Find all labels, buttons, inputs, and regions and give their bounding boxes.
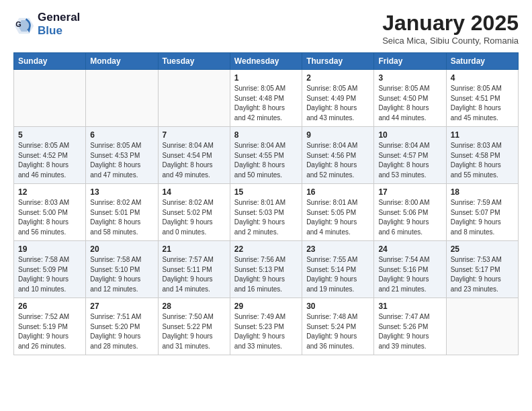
day-info: Sunrise: 7:56 AMSunset: 5:13 PMDaylight:…: [234, 255, 298, 294]
weekday-header-thursday: Thursday: [302, 53, 374, 70]
calendar-week-row: 26Sunrise: 7:52 AMSunset: 5:19 PMDayligh…: [14, 298, 519, 355]
day-info: Sunrise: 7:47 AMSunset: 5:26 PMDaylight:…: [378, 312, 441, 351]
calendar-day-2: 2Sunrise: 8:05 AMSunset: 4:49 PMDaylight…: [302, 70, 374, 127]
day-number: 23: [306, 244, 369, 254]
calendar-day-27: 27Sunrise: 7:51 AMSunset: 5:20 PMDayligh…: [86, 298, 158, 355]
weekday-header-sunday: Sunday: [14, 53, 86, 70]
calendar-day-13: 13Sunrise: 8:02 AMSunset: 5:01 PMDayligh…: [86, 184, 158, 241]
calendar-day-30: 30Sunrise: 7:48 AMSunset: 5:24 PMDayligh…: [302, 298, 374, 355]
day-info: Sunrise: 8:03 AMSunset: 4:58 PMDaylight:…: [451, 141, 514, 180]
day-info: Sunrise: 8:05 AMSunset: 4:49 PMDaylight:…: [306, 84, 369, 123]
day-number: 30: [306, 302, 369, 311]
day-number: 19: [18, 244, 81, 254]
calendar-day-22: 22Sunrise: 7:56 AMSunset: 5:13 PMDayligh…: [230, 241, 302, 298]
svg-text:G: G: [15, 20, 21, 28]
calendar-week-row: 12Sunrise: 8:03 AMSunset: 5:00 PMDayligh…: [14, 184, 519, 241]
day-number: 25: [451, 244, 514, 254]
calendar-day-17: 17Sunrise: 8:00 AMSunset: 5:06 PMDayligh…: [374, 184, 446, 241]
calendar-week-row: 19Sunrise: 7:58 AMSunset: 5:09 PMDayligh…: [14, 241, 519, 298]
weekday-header-monday: Monday: [86, 53, 158, 70]
weekday-header-friday: Friday: [374, 53, 446, 70]
day-info: Sunrise: 8:04 AMSunset: 4:54 PMDaylight:…: [163, 141, 226, 180]
calendar-day-12: 12Sunrise: 8:03 AMSunset: 5:00 PMDayligh…: [14, 184, 86, 241]
day-number: 28: [163, 302, 226, 311]
day-info: Sunrise: 8:01 AMSunset: 5:05 PMDaylight:…: [306, 198, 369, 237]
day-number: 10: [378, 130, 441, 140]
calendar-day-21: 21Sunrise: 7:57 AMSunset: 5:11 PMDayligh…: [158, 241, 230, 298]
day-info: Sunrise: 8:05 AMSunset: 4:50 PMDaylight:…: [378, 84, 441, 123]
calendar-day-10: 10Sunrise: 8:04 AMSunset: 4:57 PMDayligh…: [374, 127, 446, 184]
day-info: Sunrise: 7:49 AMSunset: 5:23 PMDaylight:…: [234, 312, 298, 351]
calendar-day-7: 7Sunrise: 8:04 AMSunset: 4:54 PMDaylight…: [158, 127, 230, 184]
calendar-day-20: 20Sunrise: 7:58 AMSunset: 5:10 PMDayligh…: [86, 241, 158, 298]
day-number: 6: [90, 130, 153, 140]
calendar-day-29: 29Sunrise: 7:49 AMSunset: 5:23 PMDayligh…: [230, 298, 302, 355]
day-info: Sunrise: 8:05 AMSunset: 4:51 PMDaylight:…: [451, 84, 514, 123]
day-number: 18: [451, 187, 514, 197]
day-info: Sunrise: 7:54 AMSunset: 5:16 PMDaylight:…: [378, 255, 441, 294]
calendar-day-6: 6Sunrise: 8:05 AMSunset: 4:53 PMDaylight…: [86, 127, 158, 184]
day-info: Sunrise: 7:48 AMSunset: 5:24 PMDaylight:…: [306, 312, 369, 351]
day-number: 17: [378, 187, 441, 197]
calendar-day-14: 14Sunrise: 8:02 AMSunset: 5:02 PMDayligh…: [158, 184, 230, 241]
day-info: Sunrise: 7:51 AMSunset: 5:20 PMDaylight:…: [90, 312, 153, 351]
day-info: Sunrise: 7:50 AMSunset: 5:22 PMDaylight:…: [163, 312, 226, 351]
day-number: 4: [451, 73, 514, 83]
day-number: 9: [306, 130, 369, 140]
calendar-day-24: 24Sunrise: 7:54 AMSunset: 5:16 PMDayligh…: [374, 241, 446, 298]
calendar-empty-cell: [14, 70, 86, 127]
logo-text: General Blue: [38, 11, 80, 37]
calendar-day-16: 16Sunrise: 8:01 AMSunset: 5:05 PMDayligh…: [302, 184, 374, 241]
day-number: 21: [163, 244, 226, 254]
day-number: 1: [234, 73, 298, 83]
day-info: Sunrise: 8:05 AMSunset: 4:48 PMDaylight:…: [234, 84, 298, 123]
day-info: Sunrise: 8:03 AMSunset: 5:00 PMDaylight:…: [18, 198, 81, 237]
title-block: January 2025 Seica Mica, Sibiu County, R…: [382, 11, 519, 46]
day-number: 27: [90, 302, 153, 311]
calendar-day-11: 11Sunrise: 8:03 AMSunset: 4:58 PMDayligh…: [446, 127, 518, 184]
calendar-day-15: 15Sunrise: 8:01 AMSunset: 5:03 PMDayligh…: [230, 184, 302, 241]
calendar-week-row: 1Sunrise: 8:05 AMSunset: 4:48 PMDaylight…: [14, 70, 519, 127]
calendar-day-18: 18Sunrise: 7:59 AMSunset: 5:07 PMDayligh…: [446, 184, 518, 241]
day-number: 3: [378, 73, 441, 83]
day-number: 20: [90, 244, 153, 254]
calendar-day-1: 1Sunrise: 8:05 AMSunset: 4:48 PMDaylight…: [230, 70, 302, 127]
day-number: 15: [234, 187, 298, 197]
day-info: Sunrise: 8:01 AMSunset: 5:03 PMDaylight:…: [234, 198, 298, 237]
day-info: Sunrise: 7:58 AMSunset: 5:10 PMDaylight:…: [90, 255, 153, 294]
calendar-empty-cell: [446, 298, 518, 355]
day-info: Sunrise: 7:58 AMSunset: 5:09 PMDaylight:…: [18, 255, 81, 294]
day-info: Sunrise: 8:04 AMSunset: 4:55 PMDaylight:…: [234, 141, 298, 180]
day-info: Sunrise: 7:57 AMSunset: 5:11 PMDaylight:…: [163, 255, 226, 294]
day-number: 12: [18, 187, 81, 197]
day-info: Sunrise: 7:55 AMSunset: 5:14 PMDaylight:…: [306, 255, 369, 294]
weekday-header-tuesday: Tuesday: [158, 53, 230, 70]
day-info: Sunrise: 8:02 AMSunset: 5:01 PMDaylight:…: [90, 198, 153, 237]
calendar-day-28: 28Sunrise: 7:50 AMSunset: 5:22 PMDayligh…: [158, 298, 230, 355]
day-number: 2: [306, 73, 369, 83]
day-info: Sunrise: 8:05 AMSunset: 4:53 PMDaylight:…: [90, 141, 153, 180]
calendar-day-9: 9Sunrise: 8:04 AMSunset: 4:56 PMDaylight…: [302, 127, 374, 184]
month-title: January 2025: [382, 11, 519, 36]
calendar-day-8: 8Sunrise: 8:04 AMSunset: 4:55 PMDaylight…: [230, 127, 302, 184]
location-subtitle: Seica Mica, Sibiu County, Romania: [382, 36, 519, 46]
calendar-day-23: 23Sunrise: 7:55 AMSunset: 5:14 PMDayligh…: [302, 241, 374, 298]
day-number: 29: [234, 302, 298, 311]
day-info: Sunrise: 7:53 AMSunset: 5:17 PMDaylight:…: [451, 255, 514, 294]
calendar-empty-cell: [158, 70, 230, 127]
weekday-header-saturday: Saturday: [446, 53, 518, 70]
day-number: 16: [306, 187, 369, 197]
day-number: 22: [234, 244, 298, 254]
day-number: 31: [378, 302, 441, 311]
logo: G General Blue: [13, 11, 80, 37]
calendar-table: SundayMondayTuesdayWednesdayThursdayFrid…: [13, 52, 519, 355]
page: G General Blue January 2025 Seica Mica, …: [0, 0, 532, 411]
day-info: Sunrise: 8:04 AMSunset: 4:57 PMDaylight:…: [378, 141, 441, 180]
day-info: Sunrise: 8:02 AMSunset: 5:02 PMDaylight:…: [163, 198, 226, 237]
day-number: 24: [378, 244, 441, 254]
weekday-header-row: SundayMondayTuesdayWednesdayThursdayFrid…: [14, 53, 519, 70]
calendar-day-5: 5Sunrise: 8:05 AMSunset: 4:52 PMDaylight…: [14, 127, 86, 184]
calendar-day-26: 26Sunrise: 7:52 AMSunset: 5:19 PMDayligh…: [14, 298, 86, 355]
calendar-day-25: 25Sunrise: 7:53 AMSunset: 5:17 PMDayligh…: [446, 241, 518, 298]
day-info: Sunrise: 8:00 AMSunset: 5:06 PMDaylight:…: [378, 198, 441, 237]
